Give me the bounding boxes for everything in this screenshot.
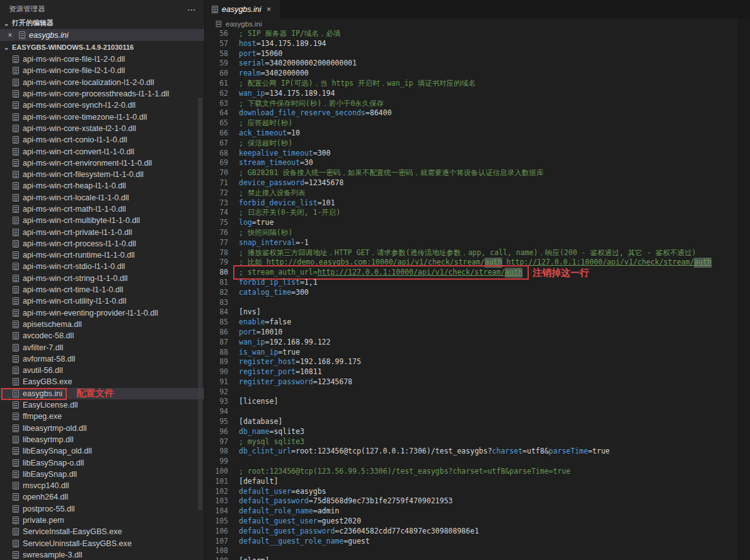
project-section-header[interactable]: ⌄ EASYGBS-WINDOWS-1.4.9-21030116 <box>0 41 204 53</box>
tree-item[interactable]: api-ms-win-core-synch-l1-2-0.dll <box>0 100 204 111</box>
close-editor-icon[interactable]: × <box>5 31 15 40</box>
tree-item[interactable]: ServiceUninstall-EasyGBS.exe <box>0 537 204 549</box>
code-line-98[interactable]: 98db_clint_url=root:123456@tcp(127.0.0.1… <box>205 447 750 457</box>
tab-close-icon[interactable]: × <box>265 5 273 14</box>
code-line-87[interactable]: 87wan_ip=192.168.99.122 <box>205 338 750 348</box>
code-line-56[interactable]: 56; SIP 服务器 IP/域名，必填 <box>205 29 750 39</box>
tree-item[interactable]: msvcp140.dll <box>0 480 204 491</box>
code-line-89[interactable]: 89register_host=192.168.99.175 <box>205 357 750 367</box>
tree-item[interactable]: swresample-3.dll <box>0 549 204 560</box>
code-line-102[interactable]: 102default_user=easygbs <box>205 487 750 497</box>
code-line-70[interactable]: 70; GB28281 设备接入统一密码，如果不配置统一密码，就需要逐个将设备认… <box>205 168 750 178</box>
code-line-66[interactable]: 66ack_timeout=10 <box>205 129 750 139</box>
tree-item[interactable]: libEasySnap-o.dll <box>0 457 204 468</box>
tree-item[interactable]: api-ms-win-crt-process-l1-1-0.dll <box>0 238 204 249</box>
code-line-96[interactable]: 96db_name=sqlite3 <box>205 427 750 437</box>
breadcrumb[interactable]: easygbs.ini <box>205 19 750 29</box>
sidebar-scrollbar[interactable] <box>198 98 202 510</box>
code-line-71[interactable]: 71device_password=12345678 <box>205 178 750 188</box>
code-line-72[interactable]: 72; 禁止接入设备列表 <box>205 188 750 198</box>
code-line-83[interactable]: 83 <box>205 298 750 308</box>
code-line-88[interactable]: 88is_wan_ip=true <box>205 348 750 358</box>
code-line-78[interactable]: 78; 播放鉴权第三方回调地址，HTTP GET，请求参数(透传流地址参数，ap… <box>205 248 750 258</box>
code-line-80[interactable]: 80; stream_auth_url=http://127.0.0.1:100… <box>205 268 750 278</box>
tree-item[interactable]: api-ms-win-core-file-l2-1-0.dll <box>0 65 204 76</box>
code-line-77[interactable]: 77snap_interval=-1 <box>205 238 750 248</box>
tree-item[interactable]: api-ms-win-crt-runtime-l1-1-0.dll <box>0 249 204 261</box>
code-line-69[interactable]: 69stream_timeout=30 <box>205 158 750 168</box>
tree-item[interactable]: postproc-55.dll <box>0 503 204 515</box>
code-line-93[interactable]: 93[license] <box>205 397 750 407</box>
code-line-91[interactable]: 91register_password=12345678 <box>205 377 750 387</box>
tree-item[interactable]: EasyLicense.dll <box>0 399 204 411</box>
code-line-108[interactable]: 108 <box>205 546 750 556</box>
code-line-65[interactable]: 65; 应答超时(秒) <box>205 118 750 129</box>
tree-item[interactable]: avutil-56.dll <box>0 365 204 376</box>
tree-item[interactable]: libEasySnap.dll <box>0 469 204 480</box>
tree-item[interactable]: libeasyrtmp-old.dll <box>0 423 204 434</box>
tree-item[interactable]: api-ms-win-core-timezone-l1-1-0.dll <box>0 111 204 122</box>
code-line-97[interactable]: 97; mysql sqlite3 <box>205 437 750 447</box>
tree-item[interactable]: api-ms-win-crt-convert-l1-1-0.dll <box>0 146 204 157</box>
code-line-75[interactable]: 75log=true <box>205 218 750 228</box>
tree-item[interactable]: private.pem <box>0 515 204 526</box>
tree-item[interactable]: apisetschema.dll <box>0 319 204 330</box>
code-line-99[interactable]: 99 <box>205 457 750 467</box>
open-editors-section-header[interactable]: ⌄ 打开的编辑器 <box>0 17 204 29</box>
code-line-109[interactable]: 109[alarm] <box>205 556 750 560</box>
code-line-60[interactable]: 60realm=3402000000 <box>205 69 750 79</box>
code-line-59[interactable]: 59serial=34020000002000000001 <box>205 59 750 69</box>
tree-item[interactable]: api-ms-win-core-processthreads-l1-1-1.dl… <box>0 88 204 100</box>
code-line-95[interactable]: 95[database] <box>205 417 750 427</box>
code-line-67[interactable]: 67; 保活超时(秒) <box>205 139 750 149</box>
tree-item[interactable]: api-ms-win-crt-environment-l1-1-0.dll <box>0 157 204 169</box>
code-line-58[interactable]: 58port=15060 <box>205 49 750 59</box>
code-line-76[interactable]: 76; 快照间隔(秒) <box>205 228 750 238</box>
code-line-103[interactable]: 103default_password=75d8568d9ec73b1fe275… <box>205 496 750 506</box>
tree-item[interactable]: api-ms-win-core-xstate-l2-1-0.dll <box>0 123 204 134</box>
code-line-57[interactable]: 57host=134.175.189.194 <box>205 39 750 49</box>
more-actions-icon[interactable]: ⋯ <box>187 6 197 13</box>
code-line-79[interactable]: 79; 比如 http://demo.easygbs.com:10000/api… <box>205 258 750 268</box>
code-line-62[interactable]: 62wan_ip=134.175.189.194 <box>205 89 750 99</box>
tree-item[interactable]: api-ms-win-crt-string-l1-1-0.dll <box>0 273 204 284</box>
tree-item[interactable]: avfilter-7.dll <box>0 341 204 353</box>
editor-tab-easygbs-ini[interactable]: easygbs.ini × <box>205 0 280 19</box>
tree-item[interactable]: ServiceInstall-EasyGBS.exe <box>0 526 204 537</box>
code-line-84[interactable]: 84[nvs] <box>205 307 750 317</box>
code-line-90[interactable]: 90register_port=10811 <box>205 367 750 377</box>
tree-item[interactable]: api-ms-win-crt-math-l1-1-0.dll <box>0 203 204 215</box>
tree-item[interactable]: avformat-58.dll <box>0 353 204 365</box>
tree-item[interactable]: openh264.dll <box>0 491 204 503</box>
tree-item[interactable]: api-ms-win-crt-multibyte-l1-1-0.dll <box>0 215 204 226</box>
tree-item[interactable]: api-ms-win-crt-heap-l1-1-0.dll <box>0 180 204 191</box>
code-line-74[interactable]: 74; 日志开关(0-关闭, 1-开启) <box>205 208 750 218</box>
code-line-68[interactable]: 68keepalive_timeout=300 <box>205 149 750 159</box>
code-line-101[interactable]: 101[default] <box>205 477 750 487</box>
tree-item[interactable]: api-ms-win-eventing-provider-l1-1-0.dll <box>0 307 204 319</box>
tree-item[interactable]: api-ms-win-crt-private-l1-1-0.dll <box>0 226 204 237</box>
tree-item[interactable]: libeasyrtmp.dll <box>0 434 204 445</box>
code-area[interactable]: 56; SIP 服务器 IP/域名，必填57host=134.175.189.1… <box>205 29 750 560</box>
code-line-85[interactable]: 85enable=false <box>205 317 750 328</box>
open-editor-item[interactable]: × easygbs.ini <box>0 29 204 41</box>
tree-item[interactable]: libEasySnap_old.dll <box>0 445 204 457</box>
tree-item[interactable]: api-ms-win-core-file-l1-2-0.dll <box>0 54 204 65</box>
tree-item[interactable]: api-ms-win-crt-time-l1-1-0.dll <box>0 284 204 295</box>
tree-item[interactable]: api-ms-win-core-localization-l1-2-0.dll <box>0 77 204 88</box>
tree-item[interactable]: api-ms-win-crt-utility-l1-1-0.dll <box>0 295 204 307</box>
code-line-63[interactable]: 63; 下载文件保存时间(秒)，若小于0永久保存 <box>205 99 750 109</box>
tree-item[interactable]: avcodec-58.dll <box>0 330 204 341</box>
tree-item[interactable]: easygbs.ini配置文件 <box>0 388 204 399</box>
code-line-64[interactable]: 64download_file_reserve_seconds=86400 <box>205 108 750 118</box>
editor-scrollbar-gutter[interactable] <box>736 19 750 560</box>
code-line-105[interactable]: 105default_guest_user=guest2020 <box>205 517 750 527</box>
code-line-86[interactable]: 86port=10010 <box>205 328 750 338</box>
tree-item[interactable]: api-ms-win-crt-stdio-l1-1-0.dll <box>0 261 204 272</box>
tree-item[interactable]: api-ms-win-crt-filesystem-l1-1-0.dll <box>0 169 204 180</box>
code-line-92[interactable]: 92 <box>205 387 750 397</box>
code-line-107[interactable]: 107default__guest_role_name=guest <box>205 537 750 547</box>
tree-item[interactable]: EasyGBS.exe <box>0 376 204 387</box>
tree-item[interactable]: ffmpeg.exe <box>0 411 204 422</box>
code-line-82[interactable]: 82catalog_time=300 <box>205 288 750 298</box>
